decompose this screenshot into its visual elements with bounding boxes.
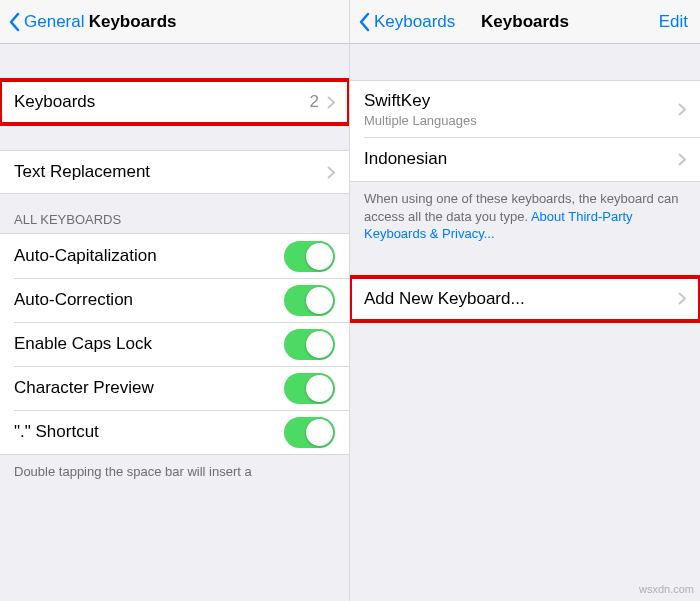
toggle-label: Character Preview <box>14 378 284 398</box>
keyboard-list-group: SwiftKey Multiple Languages Indonesian <box>350 80 700 182</box>
toggle-label: "." Shortcut <box>14 422 284 442</box>
back-button[interactable]: Keyboards <box>358 12 455 32</box>
character-preview-toggle[interactable] <box>284 373 335 404</box>
character-preview-row: Character Preview <box>0 366 349 410</box>
settings-keyboards-panel: General Keyboards Keyboards 2 Text Repla… <box>0 0 350 601</box>
keyboard-label: SwiftKey <box>364 91 678 111</box>
keyboard-row-indonesian[interactable]: Indonesian <box>350 137 700 181</box>
auto-correction-toggle[interactable] <box>284 285 335 316</box>
chevron-right-icon <box>327 96 335 109</box>
chevron-right-icon <box>678 292 686 305</box>
keyboard-row-swiftkey[interactable]: SwiftKey Multiple Languages <box>350 81 700 137</box>
add-keyboard-label: Add New Keyboard... <box>364 289 678 309</box>
chevron-left-icon <box>8 12 20 32</box>
page-title: Keyboards <box>89 12 177 32</box>
add-new-keyboard-row[interactable]: Add New Keyboard... <box>350 277 700 321</box>
chevron-left-icon <box>358 12 370 32</box>
back-label: General <box>24 12 84 32</box>
period-shortcut-toggle[interactable] <box>284 417 335 448</box>
edit-button[interactable]: Edit <box>659 12 688 32</box>
watermark: wsxdn.com <box>639 583 694 595</box>
keyboards-label: Keyboards <box>14 92 310 112</box>
text-replacement-label: Text Replacement <box>14 162 327 182</box>
third-party-footer: When using one of these keyboards, the k… <box>350 182 700 251</box>
shortcut-footer: Double tapping the space bar will insert… <box>0 455 349 489</box>
all-keyboards-header: ALL KEYBOARDS <box>0 194 349 233</box>
keyboards-list-panel: Keyboards Keyboards Edit SwiftKey Multip… <box>350 0 700 601</box>
toggle-label: Auto-Correction <box>14 290 284 310</box>
navbar-left: General Keyboards <box>0 0 349 44</box>
toggles-group: Auto-Capitalization Auto-Correction Enab… <box>0 233 349 455</box>
chevron-right-icon <box>678 153 686 166</box>
enable-caps-lock-row: Enable Caps Lock <box>0 322 349 366</box>
chevron-right-icon <box>327 166 335 179</box>
keyboards-count: 2 <box>310 92 319 112</box>
auto-correction-row: Auto-Correction <box>0 278 349 322</box>
keyboard-label: Indonesian <box>364 149 678 169</box>
chevron-right-icon <box>678 103 686 116</box>
period-shortcut-row: "." Shortcut <box>0 410 349 454</box>
text-replacement-row[interactable]: Text Replacement <box>0 150 349 194</box>
back-button[interactable]: General <box>8 12 84 32</box>
toggle-label: Enable Caps Lock <box>14 334 284 354</box>
auto-capitalization-row: Auto-Capitalization <box>0 234 349 278</box>
toggle-label: Auto-Capitalization <box>14 246 284 266</box>
keyboard-sublabel: Multiple Languages <box>364 113 678 128</box>
page-title: Keyboards <box>481 12 569 32</box>
back-label: Keyboards <box>374 12 455 32</box>
auto-capitalization-toggle[interactable] <box>284 241 335 272</box>
navbar-right: Keyboards Keyboards Edit <box>350 0 700 44</box>
keyboards-row[interactable]: Keyboards 2 <box>0 80 349 124</box>
enable-caps-lock-toggle[interactable] <box>284 329 335 360</box>
